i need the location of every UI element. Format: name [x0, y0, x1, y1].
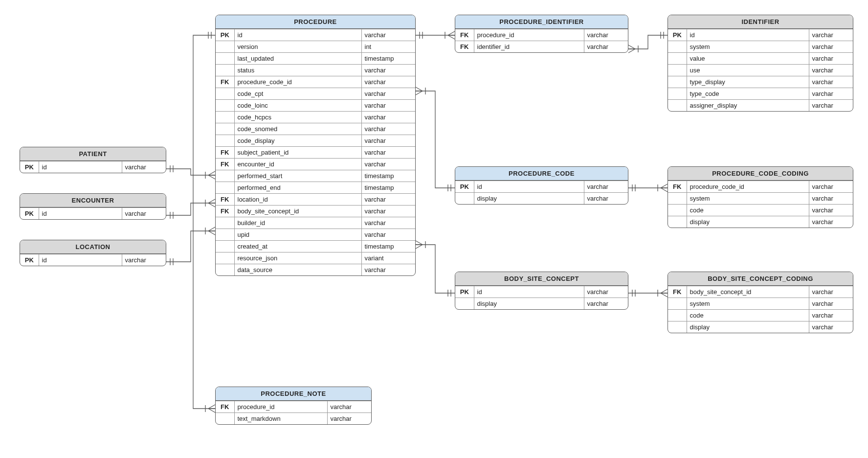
column-row: type_codevarchar	[668, 88, 853, 100]
column-row: last_updatedtimestamp	[216, 53, 415, 65]
svg-line-34	[661, 293, 668, 297]
entity-title: BODY_SITE_CONCEPT	[455, 272, 628, 286]
column-row: FKbody_site_concept_idvarchar	[216, 206, 415, 217]
column-key: PK	[216, 29, 234, 41]
column-key	[216, 229, 234, 241]
column-row: PKidvarchar	[668, 29, 853, 41]
column-key: FK	[216, 401, 234, 413]
column-type: varchar	[584, 298, 628, 310]
column-key	[668, 310, 687, 321]
entity-columns: PKidvarchardisplayvarchar	[455, 181, 628, 204]
column-name: id	[687, 29, 809, 41]
column-type: varchar	[809, 205, 853, 216]
entity-body_site_concept_coding: BODY_SITE_CONCEPT_CODINGFKbody_site_conc…	[668, 272, 853, 333]
column-type: varchar	[809, 310, 853, 321]
column-key	[668, 216, 687, 228]
entity-title: PATIENT	[20, 147, 166, 161]
column-key	[668, 41, 687, 53]
column-key	[668, 193, 687, 205]
column-type: timestamp	[361, 53, 415, 65]
column-name: code	[687, 310, 809, 321]
column-key	[216, 112, 234, 123]
column-type: varchar	[361, 29, 415, 41]
column-name: subject_patient_id	[234, 147, 361, 159]
column-row: displayvarchar	[455, 298, 628, 310]
column-name: builder_id	[234, 217, 361, 229]
svg-line-52	[208, 231, 215, 235]
column-key	[216, 264, 234, 276]
column-row: PKidvarchar	[455, 181, 628, 193]
entity-columns: FKprocedure_code_idvarcharsystemvarcharc…	[668, 181, 853, 228]
column-name: id	[474, 181, 584, 193]
column-type: variant	[361, 252, 415, 264]
column-key: PK	[20, 161, 39, 173]
column-name: body_site_concept_id	[687, 286, 809, 298]
entity-body_site_concept: BODY_SITE_CONCEPTPKidvarchardisplayvarch…	[455, 272, 628, 310]
column-row: versionint	[216, 41, 415, 53]
svg-line-46	[208, 203, 215, 207]
entity-encounter: ENCOUNTERPKidvarchar	[20, 193, 166, 220]
column-key: FK	[668, 181, 687, 193]
column-type: varchar	[361, 76, 415, 88]
column-row: PKidvarchar	[216, 29, 415, 41]
column-type: varchar	[361, 206, 415, 217]
column-key	[216, 241, 234, 252]
column-row: PKidvarchar	[20, 161, 166, 173]
entity-columns: PKidvarchar	[20, 207, 166, 219]
column-row: PKidvarchar	[20, 208, 166, 220]
column-name: code_cpt	[234, 88, 361, 100]
column-key	[216, 123, 234, 135]
entity-procedure_code_coding: PROCEDURE_CODE_CODINGFKprocedure_code_id…	[668, 166, 853, 228]
column-name: encounter_id	[234, 159, 361, 170]
column-type: varchar	[327, 401, 371, 413]
entity-title: PROCEDURE_CODE	[455, 167, 628, 181]
entity-procedure: PROCEDUREPKidvarcharversionintlast_updat…	[215, 15, 416, 276]
column-type: varchar	[361, 194, 415, 206]
column-type: varchar	[122, 208, 166, 220]
column-name: data_source	[234, 264, 361, 276]
column-type: varchar	[361, 112, 415, 123]
column-row: valuevarchar	[668, 53, 853, 65]
column-key	[455, 193, 474, 205]
column-row: data_sourcevarchar	[216, 264, 415, 276]
svg-line-58	[208, 409, 215, 412]
column-row: performed_starttimestamp	[216, 170, 415, 182]
column-name: assigner_display	[687, 100, 809, 112]
column-row: FKsubject_patient_idvarchar	[216, 147, 415, 159]
column-key: PK	[455, 181, 474, 193]
connector	[166, 199, 215, 219]
column-type: varchar	[584, 193, 628, 205]
column-type: varchar	[361, 159, 415, 170]
column-name: performed_end	[234, 182, 361, 194]
column-type: varchar	[584, 181, 628, 193]
column-key	[668, 65, 687, 76]
column-name: code_display	[234, 135, 361, 147]
column-key	[668, 100, 687, 112]
column-name: procedure_code_id	[234, 76, 361, 88]
column-type: varchar	[809, 41, 853, 53]
column-row: FKprocedure_idvarchar	[216, 401, 371, 413]
column-name: id	[39, 161, 122, 173]
column-row: FKidentifier_idvarchar	[455, 41, 628, 53]
column-row: systemvarchar	[668, 193, 853, 205]
column-row: displayvarchar	[668, 321, 853, 333]
svg-line-14	[416, 91, 423, 95]
column-type: varchar	[361, 65, 415, 76]
column-type: varchar	[584, 41, 628, 53]
svg-line-22	[661, 188, 668, 192]
entity-columns: FKprocedure_idvarchartext_markdownvarcha…	[216, 401, 371, 424]
column-type: varchar	[361, 100, 415, 112]
column-key	[216, 182, 234, 194]
svg-line-44	[208, 199, 215, 203]
entity-patient: PATIENTPKidvarchar	[20, 147, 166, 173]
connector	[628, 32, 668, 53]
connector	[628, 289, 668, 297]
column-key	[668, 321, 687, 333]
column-name: id	[474, 286, 584, 298]
column-name: code_loinc	[234, 100, 361, 112]
column-name: performed_start	[234, 170, 361, 182]
entity-title: IDENTIFIER	[668, 15, 853, 29]
column-key	[216, 41, 234, 53]
column-name: procedure_id	[234, 401, 327, 413]
column-row: upidvarchar	[216, 229, 415, 241]
